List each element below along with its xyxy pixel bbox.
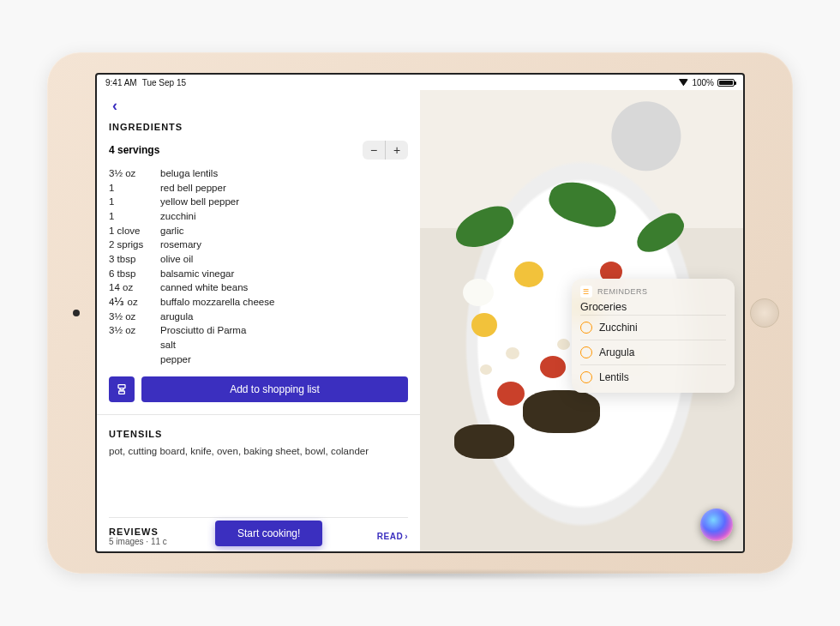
svg-rect-0	[118, 385, 125, 388]
ingredient-row: salt	[109, 338, 408, 352]
wifi-icon	[678, 79, 688, 87]
home-button[interactable]	[750, 298, 779, 328]
ingredient-name: arugula	[160, 310, 408, 324]
reminder-label: Lentils	[599, 371, 629, 383]
add-to-shopping-list-button[interactable]: Add to shopping list	[141, 376, 408, 402]
reminders-app-label: REMINDERS	[597, 287, 648, 296]
reminders-app-icon: ☰	[580, 286, 592, 298]
ingredient-row: pepper	[109, 352, 408, 367]
scale-icon	[115, 382, 129, 396]
status-time: 9:41 AM	[105, 78, 137, 87]
ingredient-name: red bell pepper	[160, 181, 408, 196]
ipad-device-frame: 9:41 AM Tue Sep 15 100% ‹ INGREDIENTS 4 …	[47, 52, 793, 574]
reminder-label: Zucchini	[599, 322, 638, 334]
servings-stepper: − +	[363, 141, 408, 160]
ingredient-qty: 1 clove	[109, 224, 160, 238]
ingredient-row: 3½ ozbeluga lentils	[109, 166, 408, 181]
ingredient-name: balsamic vinegar	[160, 267, 408, 281]
siri-button[interactable]	[700, 509, 733, 541]
reminders-list-title: Groceries	[580, 301, 726, 313]
front-camera	[73, 310, 80, 316]
ingredient-qty: 3 tbsp	[109, 252, 160, 267]
ingredient-row: 6 tbspbalsamic vinegar	[109, 267, 408, 281]
ingredient-name: buffalo mozzarella cheese	[160, 295, 408, 310]
status-date: Tue Sep 15	[142, 78, 186, 87]
reviews-meta: 5 images · 11 c	[109, 537, 167, 546]
servings-label: 4 servings	[109, 144, 159, 156]
reviews-heading: REVIEWS	[109, 527, 167, 537]
ingredient-qty: 1	[109, 181, 160, 196]
ingredient-qty: 1	[109, 195, 160, 209]
reminder-label: Arugula	[599, 346, 634, 358]
reminder-checkbox[interactable]	[580, 346, 592, 358]
ingredient-row: 2 sprigsrosemary	[109, 238, 408, 252]
battery-icon	[717, 79, 735, 87]
recipe-detail-panel: ‹ INGREDIENTS 4 servings − + 3½ ozbeluga…	[97, 90, 420, 551]
ingredient-qty: 6 tbsp	[109, 267, 160, 281]
ingredient-row: 1red bell pepper	[109, 181, 408, 196]
utensils-text: pot, cutting board, knife, oven, baking …	[109, 444, 408, 458]
recipe-photo: ☰ REMINDERS Groceries ZucchiniArugulaLen…	[420, 90, 743, 551]
ingredient-qty: 3½ oz	[109, 323, 160, 338]
svg-rect-1	[119, 391, 125, 394]
reminder-checkbox[interactable]	[580, 322, 592, 334]
reminder-item[interactable]: Arugula	[580, 340, 726, 364]
ingredient-row: 3 tbspolive oil	[109, 252, 408, 267]
ingredient-row: 1 clovegarlic	[109, 224, 408, 238]
chevron-right-icon: ›	[405, 532, 408, 541]
ingredient-qty	[109, 352, 160, 367]
back-button[interactable]: ‹	[109, 95, 121, 117]
ingredient-row: 14 ozcanned white beans	[109, 280, 408, 295]
ingredient-qty: 1	[109, 209, 160, 224]
ingredient-qty: 2 sprigs	[109, 238, 160, 252]
ingredient-row: 4⅓ ozbuffalo mozzarella cheese	[109, 295, 408, 310]
ingredient-row: 1zucchini	[109, 209, 408, 224]
ingredient-name: rosemary	[160, 238, 408, 252]
ingredient-name: salt	[160, 338, 408, 352]
reminder-item[interactable]: Zucchini	[580, 315, 726, 340]
ingredient-name: yellow bell pepper	[160, 195, 408, 209]
reminders-popup: ☰ REMINDERS Groceries ZucchiniArugulaLen…	[572, 279, 735, 393]
ingredient-name: Prosciutto di Parma	[160, 323, 408, 338]
screen: 9:41 AM Tue Sep 15 100% ‹ INGREDIENTS 4 …	[95, 73, 745, 553]
scale-units-button[interactable]	[109, 376, 135, 402]
ingredient-name: canned white beans	[160, 280, 408, 295]
utensils-heading: UTENSILS	[109, 429, 408, 439]
ingredient-row: 3½ ozProsciutto di Parma	[109, 323, 408, 338]
battery-percent: 100%	[692, 78, 714, 87]
ingredient-name: pepper	[160, 352, 408, 367]
ingredient-qty: 3½ oz	[109, 310, 160, 324]
status-bar: 9:41 AM Tue Sep 15 100%	[97, 75, 743, 90]
ingredient-row: 3½ ozarugula	[109, 310, 408, 324]
reminder-checkbox[interactable]	[580, 371, 592, 383]
read-reviews-link[interactable]: READ ›	[377, 532, 408, 541]
start-cooking-button[interactable]: Start cooking!	[215, 521, 322, 546]
ingredient-qty: 14 oz	[109, 280, 160, 295]
ingredients-list: 3½ ozbeluga lentils1red bell pepper1yell…	[109, 166, 408, 366]
read-label: READ	[377, 532, 403, 541]
ingredient-qty: 3½ oz	[109, 166, 160, 181]
ingredient-row: 1yellow bell pepper	[109, 195, 408, 209]
ingredient-name: garlic	[160, 224, 408, 238]
servings-increase-button[interactable]: +	[386, 141, 408, 160]
ingredient-qty: 4⅓ oz	[109, 295, 160, 310]
ingredient-name: zucchini	[160, 209, 408, 224]
ingredient-name: beluga lentils	[160, 166, 408, 181]
ingredient-name: olive oil	[160, 252, 408, 267]
ingredients-heading: INGREDIENTS	[109, 122, 408, 132]
reminder-item[interactable]: Lentils	[580, 364, 726, 389]
servings-decrease-button[interactable]: −	[363, 141, 385, 160]
ingredient-qty	[109, 338, 160, 352]
